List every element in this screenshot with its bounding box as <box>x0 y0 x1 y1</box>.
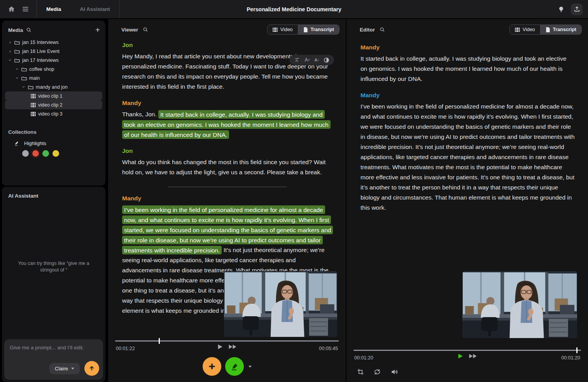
speaker-name: Jon <box>122 42 332 49</box>
media-tree-folder[interactable]: › mandy and jon <box>5 82 102 91</box>
replace-loop-icon[interactable] <box>373 368 382 376</box>
media-tree-folder[interactable]: › jan 15 Interviews <box>5 38 102 47</box>
font-decrease-icon[interactable]: A− <box>315 58 319 62</box>
highlighter-icon <box>14 140 19 146</box>
highlight-color-green[interactable] <box>42 150 49 157</box>
tab-media[interactable]: Media <box>37 0 70 18</box>
speaker-name: Mandy <box>360 92 575 99</box>
editor-title: Editor <box>360 27 375 33</box>
highlight-options-caret[interactable] <box>248 366 252 368</box>
media-panel: Media + › jan 15 Interviews › jan 16 Liv… <box>2 21 105 186</box>
fast-forward-icon[interactable] <box>469 353 477 359</box>
prompt-composer[interactable]: Give me a prompt... and I’ll edit. Clair… <box>4 339 103 380</box>
editor-transcript-tab[interactable]: Transcript <box>541 25 581 34</box>
media-tree-clip[interactable]: video clip 2 <box>5 100 102 109</box>
film-icon <box>273 28 278 32</box>
tab-ai-assistant[interactable]: AI Assistant <box>70 0 119 18</box>
chevron-right-icon[interactable]: › <box>8 39 12 45</box>
media-panel-title: Media <box>8 27 23 33</box>
crop-icon[interactable] <box>357 368 364 376</box>
collections-title: Collections <box>2 129 105 140</box>
search-icon[interactable] <box>26 27 32 33</box>
viewer-title: Viewer <box>121 27 138 33</box>
fast-forward-icon[interactable] <box>228 344 237 350</box>
media-tree-clip[interactable]: video clip 1 <box>5 91 102 100</box>
collection-highlights[interactable]: Highlights <box>2 140 105 146</box>
media-tree-folder[interactable]: › main <box>5 74 102 82</box>
folder-icon <box>14 40 20 45</box>
transcript-paragraph[interactable]: Mandy Thanks, Jon. It started back in co… <box>122 100 332 140</box>
search-icon[interactable] <box>143 27 148 32</box>
chevron-down-icon <box>71 368 74 370</box>
film-clip-icon <box>31 103 36 107</box>
viewer-controls: 00:01:22 00:05:45 <box>108 340 346 382</box>
media-tree-folder[interactable]: › jan 17 Interviews <box>5 56 102 65</box>
add-media-button[interactable]: + <box>95 26 100 34</box>
chevron-down-icon[interactable]: › <box>14 76 20 80</box>
add-to-timeline-button[interactable] <box>203 357 221 376</box>
text-display-controls: A A+ A− <box>289 55 334 65</box>
highlight-button[interactable] <box>225 357 244 376</box>
chevron-down-icon[interactable]: › <box>7 58 13 62</box>
highlight-color-red[interactable] <box>32 150 39 157</box>
text-style-icon[interactable]: A <box>294 58 300 63</box>
viewer-transcript-tab[interactable]: Transcript <box>298 25 339 34</box>
send-prompt-button[interactable] <box>84 361 99 376</box>
document-icon <box>546 27 550 32</box>
ai-assistant-panel: AI Assistant You can try things like “gi… <box>2 187 105 382</box>
scene-divider <box>168 187 287 187</box>
play-icon[interactable] <box>217 344 223 350</box>
viewer-current-time: 00:01:22 <box>116 346 135 351</box>
film-clip-icon <box>31 112 36 116</box>
transcript-paragraph[interactable]: Mandy I’ve been working in the field of … <box>360 92 575 213</box>
transcript-paragraph[interactable]: Mandy It started back in college, actual… <box>360 44 575 84</box>
folder-icon <box>14 58 20 63</box>
plus-icon <box>208 362 216 371</box>
chevron-down-icon[interactable]: › <box>21 85 27 89</box>
font-increase-icon[interactable]: A+ <box>304 57 310 63</box>
viewer-video-tab[interactable]: Video <box>268 25 298 34</box>
app-window: Media AI Assistant Personalized Medicine… <box>0 0 588 382</box>
search-icon[interactable] <box>380 27 385 32</box>
prompt-placeholder: Give me a prompt... and I’ll edit. <box>10 345 98 350</box>
top-bar: Media AI Assistant Personalized Medicine… <box>0 0 588 18</box>
transcript-paragraph[interactable]: Jon What do you think has changed the mo… <box>122 147 332 187</box>
folder-icon <box>21 67 27 72</box>
editor-panel: Editor Video Transcript Mandy <box>346 19 588 382</box>
editor-controls: 00:01:20 00:01:20 <box>346 350 588 382</box>
contrast-icon[interactable] <box>324 58 329 63</box>
editor-video-tab[interactable]: Video <box>510 25 540 34</box>
film-icon <box>515 28 520 32</box>
editor-view-toggle: Video Transcript <box>509 25 582 35</box>
project-title: Personalized Medicine Documentary <box>247 6 341 12</box>
editor-current-time: 00:01:20 <box>354 355 373 361</box>
home-icon[interactable] <box>7 5 16 14</box>
voice-selector[interactable]: Claire <box>49 363 80 374</box>
tips-lightbulb-icon[interactable] <box>555 4 567 15</box>
speaker-name: Jon <box>122 147 332 154</box>
folder-icon <box>21 76 27 81</box>
export-upload-icon[interactable] <box>571 4 583 15</box>
chevron-right-icon[interactable]: › <box>8 48 12 54</box>
volume-icon[interactable] <box>390 368 399 376</box>
svg-text:A: A <box>296 58 298 62</box>
editor-total-time: 00:01:20 <box>561 355 580 361</box>
play-icon[interactable] <box>457 353 463 359</box>
highlight-color-yellow[interactable] <box>52 150 59 157</box>
menu-icon[interactable] <box>21 5 30 14</box>
media-tree-clip[interactable]: video clip 3 <box>5 109 102 118</box>
document-icon <box>303 27 308 32</box>
arrow-up-icon <box>88 365 95 372</box>
highlight-color-gray[interactable] <box>22 150 29 157</box>
folder-icon <box>14 49 20 54</box>
editor-video-thumbnail[interactable] <box>462 271 577 338</box>
transcript-paragraph[interactable]: Jon Hey Mandy, I read that article you s… <box>122 42 332 92</box>
speaker-name: Mandy <box>360 44 575 51</box>
media-tree-folder[interactable]: › jan 16 Live Event <box>5 47 102 56</box>
viewer-video-thumbnail[interactable] <box>224 271 337 337</box>
viewer-view-toggle: Video Transcript <box>267 25 340 35</box>
ai-assistant-title: AI Assistant <box>2 191 105 202</box>
chevron-down-icon[interactable]: › <box>14 67 20 71</box>
highlighter-icon <box>230 362 239 371</box>
media-tree-folder[interactable]: › coffee shop <box>5 65 102 74</box>
